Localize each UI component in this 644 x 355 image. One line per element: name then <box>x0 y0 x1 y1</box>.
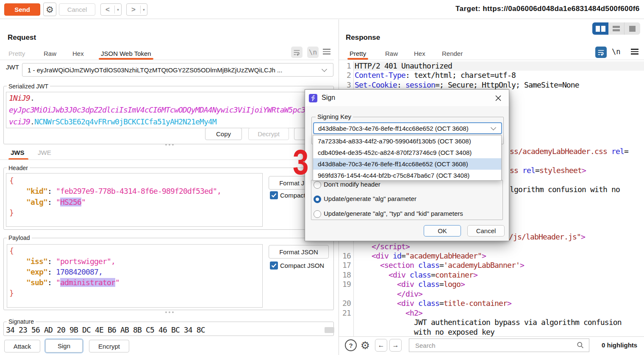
signing-key-option[interactable]: cdb409e4-de35-452c-a824-870f273746c9 (OC… <box>313 147 501 158</box>
code-token: " <box>56 278 60 287</box>
code-token: rel <box>522 166 535 175</box>
serialized-jwt-textarea[interactable]: 1NiJ9.eyJpc3MiOiJwb3J0c3dpZ2dlciIsImV4cC… <box>6 92 330 128</box>
line-number: 1 <box>340 61 351 71</box>
tab-raw[interactable]: Raw <box>44 50 56 57</box>
help-button[interactable]: ? <box>345 339 357 351</box>
cancel-button[interactable]: Cancel <box>59 3 95 16</box>
payload-compact-json-checkbox[interactable] <box>270 261 278 270</box>
signature-scrollbar-thumb[interactable] <box>325 327 334 333</box>
copy-button[interactable]: Copy <box>205 128 242 140</box>
tab-hex[interactable]: Hex <box>72 50 84 57</box>
settings-button[interactable]: ⚙ <box>43 3 56 16</box>
newline-icon: \n <box>309 48 317 56</box>
code-token: . <box>30 117 34 126</box>
code-token: <div <box>397 299 414 308</box>
jwt-header-editor[interactable]: { "kid": "feb297e9-778b-4314-8f6e-989f20… <box>6 173 263 227</box>
dialog-close-button[interactable] <box>492 92 504 104</box>
code-token: Content-Type <box>355 71 405 80</box>
radio-option[interactable] <box>314 181 321 189</box>
target-url: Target: https://0a06006d048da1e6831484d5… <box>455 5 644 13</box>
code-token: " <box>115 278 119 287</box>
signing-key-option[interactable]: 7a7233b4-a833-44f2-a790-599046f130b5 (OC… <box>313 135 501 147</box>
response-code-row: /js/labHeader.js"> <box>509 232 585 242</box>
response-code-row: ss rel=stylesheet> <box>510 166 586 175</box>
tab-pretty[interactable]: Pretty <box>350 50 366 57</box>
arrow-right-icon: → <box>392 341 399 349</box>
encrypt-button[interactable]: Encrypt <box>89 340 129 352</box>
payload-format-json-button[interactable]: Format JSON <box>269 245 329 259</box>
code-token: " <box>81 198 86 206</box>
response-code-row: Set-Cookie: session=; Secure; HttpOnly; … <box>355 80 579 90</box>
ok-button[interactable]: OK <box>424 225 461 237</box>
dialog-cancel-button[interactable]: Cancel <box>467 225 505 237</box>
close-icon <box>495 95 501 101</box>
code-token: eyJpc3MiOiJwb3J0c3dpZ2dlciIsImV4cCI6MTcw… <box>9 105 327 114</box>
serialized-jwt-label: Serialized JWT <box>7 83 50 90</box>
tab-jws[interactable]: JWS <box>11 149 25 156</box>
search-settings-button[interactable]: ⚙ <box>359 338 372 352</box>
response-code-row: </script> <box>372 242 410 251</box>
splitter-handle[interactable] <box>165 144 174 146</box>
code-token <box>414 299 418 308</box>
code-token: ss/academyLabHeader.css <box>510 147 607 156</box>
response-code-row: ss/academyLabHeader.css rel= <box>510 147 628 156</box>
tab-pretty[interactable]: Pretty <box>8 50 25 57</box>
response-code-row: JWT authentication bypass via algorithm … <box>414 318 622 327</box>
splitter-handle[interactable] <box>165 311 174 313</box>
serialized-jwt-line: vciJ9.NCNWrSCb3E62q4vFRrw0jBCKCICfa51yAH… <box>9 116 217 128</box>
request-menu-icon[interactable] <box>323 49 330 55</box>
forward-dropdown-icon[interactable]: ▾ <box>141 8 147 12</box>
back-dropdown-icon[interactable]: ▾ <box>115 8 121 12</box>
code-token: container <box>435 270 473 279</box>
code-token: { <box>9 246 14 255</box>
history-forward-button[interactable]: > ▾ <box>126 3 147 16</box>
decrypt-button[interactable]: Decrypt <box>248 128 289 140</box>
tab-hex[interactable]: Hex <box>414 50 425 57</box>
dialog-title: Sign <box>322 94 335 102</box>
signing-key-option[interactable]: d43d8abe-70c3-4e76-8efe-ff14cc68e652 (OC… <box>313 158 501 170</box>
menu-icon[interactable] <box>631 49 638 55</box>
tab-render[interactable]: Render <box>442 50 463 57</box>
back-chevron-icon: < <box>101 6 114 14</box>
lightning-icon <box>311 95 316 101</box>
sign-button[interactable]: Sign <box>44 338 83 353</box>
radio-label: Don't modify header <box>324 181 380 188</box>
json-editor-row: "alg": "HS256" <box>9 197 86 207</box>
search-next-button[interactable]: → <box>389 339 402 352</box>
request-newline-toggle[interactable]: \n <box>307 47 319 58</box>
signing-key-combobox[interactable]: d43d8abe-70c3-4e76-8efe-ff14cc68e652 (OC… <box>313 122 502 134</box>
check-icon <box>271 193 277 198</box>
jwt-selector[interactable]: 1 - eyJraWQiOiJmZWIyOTdlOS03NzhiLTQzMTQt… <box>22 63 333 77</box>
code-token <box>9 198 26 206</box>
send-button[interactable]: Send <box>4 3 40 16</box>
signature-hex[interactable]: 34 23 56 AD 20 9B DC 4E B6 AB 8B C5 46 B… <box>6 325 205 334</box>
code-token: id <box>393 251 401 260</box>
signing-key-option[interactable]: 969fd376-1454-4c44-bf2b-c75c847ba6c7 (OC… <box>313 170 501 181</box>
code-token <box>52 187 56 195</box>
layout-columns-button[interactable] <box>592 22 608 35</box>
code-token <box>52 267 56 276</box>
word-wrap-icon <box>597 49 605 56</box>
word-wrap-toggle[interactable] <box>595 47 607 58</box>
tab-raw[interactable]: Raw <box>385 50 398 57</box>
newline-toggle[interactable]: \n <box>612 47 620 56</box>
header-compact-json-checkbox[interactable] <box>270 191 278 199</box>
request-word-wrap-toggle[interactable] <box>291 47 303 58</box>
layout-single-button[interactable] <box>624 22 640 35</box>
code-token: } <box>9 208 14 217</box>
search-placeholder: Search <box>409 342 576 349</box>
search-input[interactable]: Search <box>409 338 589 352</box>
radio-selected[interactable] <box>314 195 321 203</box>
jwt-payload-editor[interactable]: { "iss": "portswigger", "exp": 170842008… <box>7 244 263 308</box>
tab-json-web-token[interactable]: JSON Web Token <box>101 50 151 57</box>
dialog-title-bar[interactable]: Sign <box>305 90 509 106</box>
attack-button[interactable]: Attack <box>4 340 40 352</box>
layout-rows-button[interactable] <box>608 22 624 35</box>
line-number: 20 <box>340 299 351 308</box>
code-token: = <box>439 280 444 289</box>
search-prev-button[interactable]: ← <box>375 339 387 352</box>
radio-option[interactable] <box>314 210 321 218</box>
history-back-button[interactable]: < ▾ <box>100 3 122 16</box>
code-token <box>401 80 405 89</box>
tab-jwe[interactable]: JWE <box>38 149 51 156</box>
